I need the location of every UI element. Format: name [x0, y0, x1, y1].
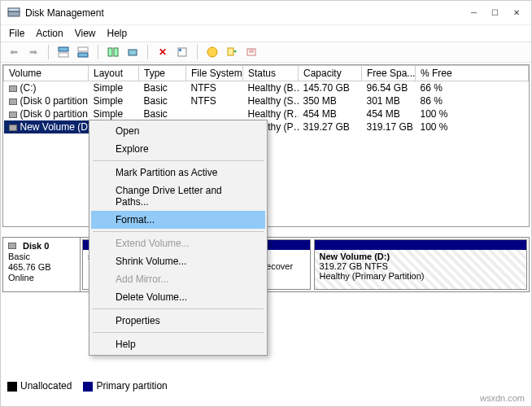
svg-rect-6	[108, 48, 112, 56]
menu-action[interactable]: Action	[36, 28, 63, 39]
menubar: File Action View Help	[1, 25, 531, 42]
svg-rect-3	[59, 53, 68, 57]
titlebar: Disk Management ─ ☐ ✕	[1, 1, 531, 25]
table-header[interactable]: Volume Layout Type File System Status Ca…	[4, 66, 529, 81]
refresh-icon[interactable]	[105, 44, 121, 60]
menu-explore[interactable]: Explore	[91, 140, 265, 158]
svg-point-11	[207, 47, 217, 57]
menu-mirror: Add Mirror...	[91, 270, 265, 288]
toolbar: ⬅ ➡ ✕	[1, 42, 531, 63]
svg-rect-12	[228, 48, 233, 55]
maximize-button[interactable]: ☐	[491, 8, 499, 17]
table-row[interactable]: (Disk 0 partition 3) SimpleBasic Healthy…	[4, 107, 529, 120]
properties-icon[interactable]	[174, 44, 190, 60]
table-row[interactable]: (Disk 0 partition 1) SimpleBasicNTFS Hea…	[4, 94, 529, 107]
drive-icon	[9, 85, 17, 92]
legend-unallocated-swatch	[7, 382, 17, 392]
svg-rect-10	[179, 49, 181, 51]
menu-change-letter[interactable]: Change Drive Letter and Paths...	[91, 182, 265, 211]
menu-mark-active[interactable]: Mark Partition as Active	[91, 164, 265, 182]
menu-extend: Extend Volume...	[91, 234, 265, 252]
col-status[interactable]: Status	[243, 66, 299, 81]
svg-rect-2	[59, 47, 68, 51]
legend: Unallocated Primary partition	[7, 380, 168, 392]
legend-primary-swatch	[83, 382, 93, 392]
col-type[interactable]: Type	[139, 66, 186, 81]
back-icon[interactable]: ⬅	[6, 44, 22, 60]
menu-open[interactable]: Open	[91, 122, 265, 140]
disk-header[interactable]: Disk 0 Basic 465.76 GB Online	[3, 238, 81, 291]
help-icon[interactable]	[204, 44, 220, 60]
svg-rect-1	[8, 8, 20, 11]
delete-icon[interactable]: ✕	[155, 44, 171, 60]
menu-shrink[interactable]: Shrink Volume...	[91, 252, 265, 270]
menu-help[interactable]: Help	[91, 335, 265, 353]
minimize-button[interactable]: ─	[471, 8, 477, 17]
settings-icon[interactable]	[124, 44, 141, 60]
app-icon	[7, 7, 20, 20]
view-top-icon[interactable]	[55, 44, 72, 60]
drive-icon	[9, 112, 17, 118]
col-layout[interactable]: Layout	[89, 66, 139, 81]
svg-rect-4	[78, 47, 88, 51]
action-icon[interactable]	[224, 44, 240, 60]
svg-rect-5	[78, 53, 88, 57]
view-bottom-icon[interactable]	[75, 44, 91, 60]
menu-properties[interactable]: Properties	[91, 312, 265, 330]
context-menu: Open Explore Mark Partition as Active Ch…	[89, 120, 268, 356]
col-fs[interactable]: File System	[186, 66, 243, 81]
forward-icon[interactable]: ➡	[25, 44, 41, 60]
window-title: Disk Management	[25, 7, 471, 19]
menu-view[interactable]: View	[75, 28, 96, 39]
col-volume[interactable]: Volume	[4, 66, 89, 81]
svg-rect-7	[114, 48, 118, 56]
drive-icon	[9, 125, 17, 131]
menu-format[interactable]: Format...	[91, 211, 265, 229]
list-icon[interactable]	[243, 44, 259, 60]
col-capacity[interactable]: Capacity	[299, 66, 362, 81]
svg-rect-0	[8, 11, 20, 16]
drive-icon	[9, 98, 17, 105]
menu-file[interactable]: File	[9, 28, 24, 39]
close-button[interactable]: ✕	[513, 8, 520, 17]
menu-help[interactable]: Help	[107, 28, 128, 39]
partition-block-selected[interactable]: New Volume (D:) 319.27 GB NTFS Healthy (…	[314, 239, 528, 290]
svg-rect-8	[129, 50, 137, 55]
watermark: wsxdn.com	[480, 393, 525, 403]
disk-icon	[8, 243, 16, 249]
table-row[interactable]: (C:) SimpleBasicNTFS Healthy (B…145.70 G…	[4, 81, 529, 95]
menu-delete[interactable]: Delete Volume...	[91, 288, 265, 306]
col-pfree[interactable]: % Free	[416, 66, 529, 81]
col-free[interactable]: Free Spa...	[362, 66, 416, 81]
